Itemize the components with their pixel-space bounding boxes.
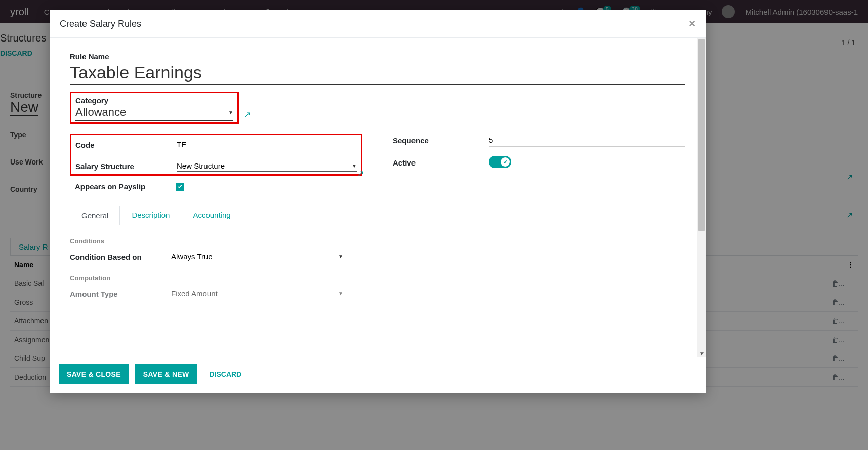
code-label: Code <box>75 141 177 149</box>
modal-title: Create Salary Rules <box>60 19 141 29</box>
condition-based-label: Condition Based on <box>70 253 171 261</box>
category-label: Category <box>75 96 233 105</box>
active-label: Active <box>393 158 489 167</box>
modal-header: Create Salary Rules × <box>50 10 706 38</box>
category-select[interactable]: Allowance ▼ <box>75 105 233 121</box>
modal-footer: SAVE & CLOSE SAVE & NEW DISCARD <box>50 357 706 393</box>
chevron-down-icon: ▼ <box>352 163 357 169</box>
modal-body: ▲ ▼ Rule Name Category Allowance ▼ ↗ <box>50 38 706 357</box>
condition-based-select[interactable]: Always True ▼ <box>171 251 343 262</box>
chevron-down-icon: ▼ <box>338 291 343 296</box>
detail-tabs: General Description Accounting <box>70 205 685 225</box>
condition-based-value: Always True <box>171 252 213 261</box>
active-toggle[interactable] <box>489 156 511 168</box>
chevron-down-icon: ▼ <box>228 110 233 115</box>
salary-structure-select[interactable]: New Structure ▼ <box>177 160 357 172</box>
close-icon[interactable]: × <box>689 18 695 29</box>
category-value: Allowance <box>75 106 126 119</box>
amount-type-label: Amount Type <box>70 290 171 298</box>
salary-structure-value: New Structure <box>177 161 225 170</box>
create-salary-rules-modal: Create Salary Rules × ▲ ▼ Rule Name Cate… <box>50 10 706 393</box>
scrollbar-thumb[interactable] <box>698 39 705 231</box>
code-input[interactable] <box>177 138 357 151</box>
rule-name-label: Rule Name <box>70 52 685 61</box>
tab-general[interactable]: General <box>70 206 120 225</box>
sequence-input[interactable] <box>489 134 685 147</box>
scrollbar[interactable]: ▲ ▼ <box>697 38 706 357</box>
external-link-icon[interactable]: ↗ <box>357 169 364 178</box>
appears-on-payslip-label: Appears on Payslip <box>75 182 176 191</box>
tab-accounting[interactable]: Accounting <box>181 205 242 225</box>
scroll-down-icon[interactable]: ▼ <box>699 351 705 356</box>
code-structure-highlight-box: Code Salary Structure New Structure ▼ <box>70 134 362 176</box>
amount-type-select[interactable]: Fixed Amount ▼ <box>171 288 343 299</box>
external-link-icon[interactable]: ↗ <box>244 110 251 119</box>
discard-button[interactable]: DISCARD <box>203 364 247 384</box>
sequence-label: Sequence <box>393 136 489 145</box>
rule-name-input[interactable] <box>70 61 685 85</box>
chevron-down-icon: ▼ <box>338 254 343 259</box>
amount-type-value: Fixed Amount <box>171 289 218 298</box>
tab-description[interactable]: Description <box>120 205 181 225</box>
salary-structure-label: Salary Structure <box>75 162 177 171</box>
appears-on-payslip-checkbox[interactable]: ✔ <box>176 183 184 191</box>
save-close-button[interactable]: SAVE & CLOSE <box>59 364 129 384</box>
category-highlight-box: Category Allowance ▼ <box>70 92 239 124</box>
computation-section-title: Computation <box>70 274 685 282</box>
save-new-button[interactable]: SAVE & NEW <box>135 364 197 384</box>
conditions-section-title: Conditions <box>70 237 685 245</box>
